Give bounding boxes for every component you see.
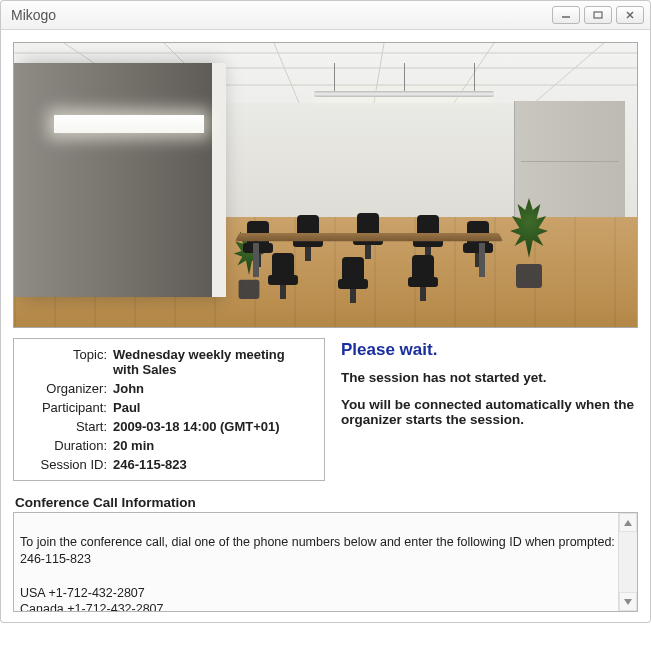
svg-rect-1 — [594, 12, 602, 18]
chevron-down-icon — [624, 599, 632, 605]
please-wait-heading: Please wait. — [341, 340, 638, 360]
window-title: Mikogo — [11, 7, 56, 23]
close-icon — [624, 10, 636, 20]
minimize-button[interactable] — [552, 6, 580, 24]
maximize-button[interactable] — [584, 6, 612, 24]
scrollbar[interactable] — [618, 513, 637, 611]
window-controls — [552, 6, 644, 24]
client-area: Topic: Wednesday weekly meeting with Sal… — [0, 30, 651, 623]
duration-label: Duration: — [22, 436, 110, 455]
participant-label: Participant: — [22, 398, 110, 417]
topic-value: Wednesday weekly meeting with Sales — [110, 345, 316, 379]
conference-info-text: To join the conference call, dial one of… — [20, 534, 615, 612]
session-id-label: Session ID: — [22, 455, 110, 474]
close-button[interactable] — [616, 6, 644, 24]
start-value: 2009-03-18 14:00 (GMT+01) — [110, 417, 316, 436]
scroll-down-button[interactable] — [619, 592, 637, 611]
organizer-label: Organizer: — [22, 379, 110, 398]
duration-value: 20 min — [110, 436, 316, 455]
status-line-2: You will be connected automatically when… — [341, 397, 638, 427]
status-line-1: The session has not started yet. — [341, 370, 638, 385]
conference-info-textarea[interactable]: To join the conference call, dial one of… — [13, 512, 638, 612]
session-id-value: 246-115-823 — [110, 455, 316, 474]
participant-value: Paul — [110, 398, 316, 417]
organizer-value: John — [110, 379, 316, 398]
conference-info-label: Conference Call Information — [15, 495, 638, 510]
start-label: Start: — [22, 417, 110, 436]
minimize-icon — [560, 10, 572, 20]
svg-marker-14 — [624, 599, 632, 605]
topic-label: Topic: — [22, 345, 110, 379]
scroll-up-button[interactable] — [619, 513, 637, 532]
session-details-box: Topic: Wednesday weekly meeting with Sal… — [13, 338, 325, 481]
status-panel: Please wait. The session has not started… — [339, 338, 638, 481]
maximize-icon — [592, 10, 604, 20]
svg-line-9 — [274, 43, 299, 103]
svg-line-12 — [534, 43, 604, 103]
chevron-up-icon — [624, 520, 632, 526]
hero-image — [13, 42, 638, 328]
svg-marker-13 — [624, 520, 632, 526]
titlebar[interactable]: Mikogo — [0, 0, 651, 30]
app-window: Mikogo — [0, 0, 651, 623]
